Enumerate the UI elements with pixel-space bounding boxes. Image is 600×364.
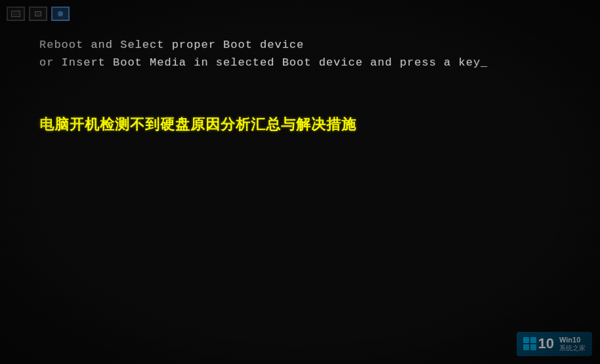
win-cell-tl: [523, 337, 529, 343]
watermark-win-label: Win10: [559, 336, 580, 344]
win-cell-tr: [530, 337, 536, 343]
article-title: 电脑开机检测不到硬盘原因分析汇总与解决措施: [39, 115, 356, 134]
bios-line-2: or Insert Boot Media in selected Boot de…: [39, 54, 488, 71]
win10-logo: 10: [523, 336, 554, 351]
bios-line-1: Reboot and Select proper Boot device: [39, 36, 488, 54]
bios-screen: Reboot and Select proper Boot device or …: [0, 0, 600, 364]
watermark-text-block: Win10 系统之家: [559, 336, 586, 352]
watermark-badge: 10 Win10 系统之家: [517, 332, 592, 356]
win-cell-bl: [523, 344, 529, 350]
top-icons-bar: [7, 7, 70, 21]
flag-icon: [51, 7, 70, 21]
flag-dot: [58, 11, 63, 16]
windows-grid-icon: [523, 337, 536, 350]
monitor-screen-2: [35, 11, 41, 16]
monitor-icon-2: [29, 7, 47, 21]
win-cell-br: [530, 344, 536, 350]
bios-error-block: Reboot and Select proper Boot device or …: [39, 36, 488, 71]
watermark-site-label: 系统之家: [559, 344, 586, 352]
monitor-screen-1: [11, 10, 20, 17]
win-number: 10: [538, 336, 554, 351]
monitor-icon-1: [7, 7, 25, 21]
